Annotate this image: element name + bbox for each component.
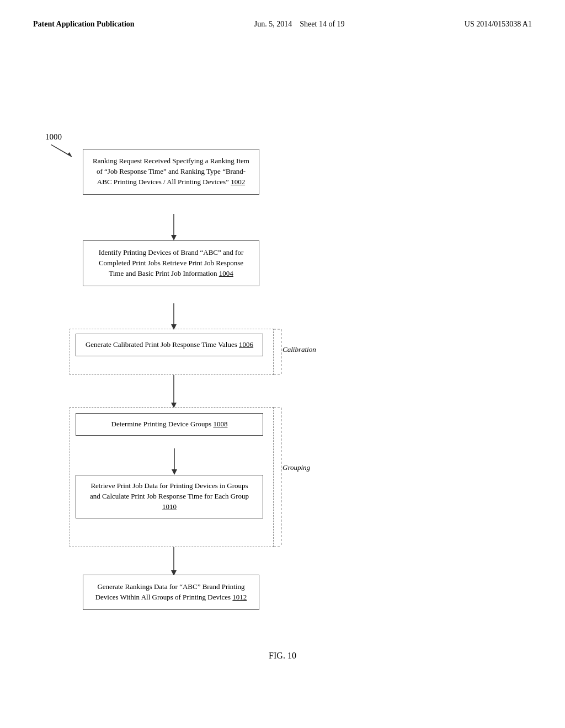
- box-1010: Retrieve Print Job Data for Printing Dev…: [76, 475, 263, 518]
- box-1002: Ranking Request Received Specifying a Ra…: [83, 149, 259, 195]
- box-1002-ref: 1002: [231, 178, 245, 186]
- patent-number-label: US 2014/0153038 A1: [465, 20, 532, 29]
- box-1002-text: Ranking Request Received Specifying a Ra…: [93, 157, 249, 186]
- box-1006-ref: 1006: [239, 340, 253, 349]
- box-1010-text: Retrieve Print Job Data for Printing Dev…: [90, 481, 249, 500]
- date-sheet-label: Jun. 5, 2014 Sheet 14 of 19: [254, 20, 345, 29]
- box-1012: Generate Rankings Data for “ABC” Brand P…: [83, 575, 259, 610]
- arrow-1006-1008: [170, 375, 177, 410]
- box-1006: Generate Calibrated Print Job Response T…: [76, 334, 263, 356]
- ref-arrow-indicator: [51, 144, 73, 158]
- box-1004: Identify Printing Devices of Brand “ABC”…: [83, 240, 259, 286]
- box-1008-ref: 1008: [213, 420, 227, 428]
- box-1012-text: Generate Rankings Data for “ABC” Brand P…: [95, 582, 245, 601]
- date-label: Jun. 5, 2014: [254, 20, 292, 28]
- box-1004-ref: 1004: [219, 269, 233, 277]
- calibration-region: Generate Calibrated Print Job Response T…: [70, 329, 274, 375]
- box-1008: Determine Printing Device Groups 1008: [76, 413, 263, 436]
- svg-marker-1: [67, 152, 72, 157]
- box-1010-ref: 1010: [162, 502, 177, 511]
- svg-marker-3: [171, 235, 177, 240]
- box-1008-text: Determine Printing Device Groups: [111, 420, 212, 428]
- arrow-1010-1012: [170, 547, 177, 578]
- arrow-1002-1004: [170, 214, 177, 243]
- ref-1000: 1000: [45, 132, 62, 142]
- svg-marker-12: [172, 469, 177, 475]
- publication-label: Patent Application Publication: [33, 20, 135, 29]
- box-1006-text: Generate Calibrated Print Job Response T…: [86, 340, 237, 349]
- sheet-label: Sheet 14 of 19: [300, 20, 344, 28]
- arrow-1004-1006: [170, 303, 177, 332]
- box-1012-ref: 1012: [232, 593, 247, 601]
- calibration-brace-line: [274, 329, 329, 375]
- grouping-brace-line: [274, 407, 329, 547]
- fig-label: FIG. 10: [269, 651, 296, 661]
- grouping-region: Determine Printing Device Groups 1008 Re…: [70, 407, 274, 547]
- arrow-1008-1010: [171, 448, 178, 477]
